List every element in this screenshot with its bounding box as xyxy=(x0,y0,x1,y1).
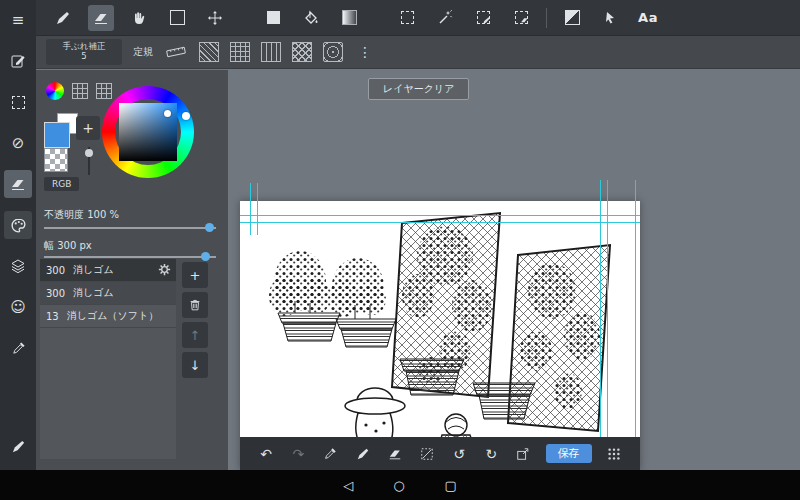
edit-svg xyxy=(10,53,26,69)
deselect-button[interactable] xyxy=(417,444,437,464)
transparent-color-swatch[interactable] xyxy=(44,148,68,172)
rotate-cw-button[interactable]: ↻ xyxy=(481,444,501,464)
color-grid-tab-icon[interactable] xyxy=(72,83,88,99)
opacity-label: 不透明度 100 % xyxy=(44,208,119,222)
opacity-slider-handle[interactable] xyxy=(205,223,214,232)
width-slider[interactable] xyxy=(44,256,216,258)
move-brush-down-button[interactable]: ↓ xyxy=(182,352,208,378)
shape-tool[interactable] xyxy=(164,5,190,31)
eraser-tool[interactable] xyxy=(88,5,114,31)
brush-name: 消しゴム xyxy=(73,263,114,277)
face-icon[interactable]: ☺ xyxy=(4,293,32,321)
pen-tool[interactable] xyxy=(50,5,76,31)
magic-wand-tool[interactable] xyxy=(432,5,458,31)
eyedropper-icon xyxy=(323,447,337,461)
stabilizer-value: 5 xyxy=(81,52,86,62)
nav-recent-button[interactable]: ▢ xyxy=(445,478,457,493)
brush-list-item[interactable]: 300 消しゴム xyxy=(40,282,176,305)
brush-list-item[interactable]: 13 消しゴム（ソフト） xyxy=(40,305,176,328)
ruler-concentric-button[interactable] xyxy=(323,42,343,62)
cursor-icon xyxy=(602,10,618,26)
pen-button[interactable] xyxy=(353,444,373,464)
select-tool[interactable] xyxy=(394,5,420,31)
tone-tool[interactable] xyxy=(559,5,585,31)
sidebar-eraser-icon[interactable] xyxy=(4,170,32,198)
brush-settings-gear-icon[interactable] xyxy=(157,262,172,279)
hand-tool[interactable] xyxy=(126,5,152,31)
move-tool[interactable] xyxy=(202,5,228,31)
pen-icon xyxy=(356,447,370,461)
sv-marker[interactable] xyxy=(164,110,171,117)
floating-toolbar: ↶ ↷ ↺ ↻ 保存 xyxy=(240,437,640,470)
drawing-canvas[interactable] xyxy=(240,201,640,470)
dashed-select-icon xyxy=(401,11,414,24)
opacity-slider[interactable] xyxy=(44,227,216,229)
redo-button[interactable]: ↷ xyxy=(288,444,308,464)
layer-clear-toast[interactable]: レイヤークリア xyxy=(368,78,469,100)
add-brush-button[interactable]: + xyxy=(182,262,208,288)
stabilizer-box[interactable]: 手ぶれ補正 5 xyxy=(46,39,122,65)
select-icon[interactable] xyxy=(4,88,32,116)
select-pen-icon xyxy=(477,11,490,24)
rgb-mode-button[interactable]: RGB xyxy=(44,177,79,191)
filled-square-icon xyxy=(267,11,280,24)
ruler-crosshatch-button[interactable] xyxy=(292,42,312,62)
gallery-grid-button[interactable] xyxy=(604,444,624,464)
foreground-color-swatch[interactable] xyxy=(44,122,70,148)
color-wheel[interactable] xyxy=(102,86,194,178)
palette-tabs xyxy=(46,82,112,100)
add-color-button[interactable]: + xyxy=(76,116,100,140)
ruler-grid-button[interactable] xyxy=(230,42,250,62)
ruler-parallel-button[interactable] xyxy=(199,42,219,62)
planters-left xyxy=(278,313,396,347)
bucket-tool[interactable] xyxy=(298,5,324,31)
top-toolbar: Aa xyxy=(36,0,800,36)
text-tool[interactable]: Aa xyxy=(635,5,661,31)
trash-icon xyxy=(188,298,202,312)
eyedropper-icon[interactable] xyxy=(4,334,32,362)
gradient-tool[interactable] xyxy=(336,5,362,31)
alpha-slider-handle[interactable] xyxy=(85,149,93,157)
guide-line xyxy=(635,180,636,470)
delete-brush-button[interactable] xyxy=(182,292,208,318)
hue-marker[interactable] xyxy=(182,112,190,120)
operation-tool[interactable] xyxy=(597,5,623,31)
ruler-button[interactable] xyxy=(164,40,188,64)
mini-pen-icon xyxy=(482,16,491,25)
undo-button[interactable]: ↶ xyxy=(256,444,276,464)
move-brush-up-button[interactable]: ↑ xyxy=(182,322,208,348)
palette-icon[interactable] xyxy=(4,211,32,239)
save-button[interactable]: 保存 xyxy=(546,444,592,463)
bushes xyxy=(269,251,386,319)
menu-icon[interactable]: ≡ xyxy=(4,6,32,34)
brush-icon[interactable] xyxy=(4,432,32,460)
canvas-area: レイヤークリア xyxy=(228,70,800,470)
color-wheel-tab-icon[interactable] xyxy=(46,82,64,100)
overflow-menu-button[interactable]: ⋮ xyxy=(354,44,376,60)
guide-line xyxy=(600,180,601,470)
hand-icon xyxy=(131,10,147,26)
gradient-icon xyxy=(342,10,357,25)
layers-icon[interactable] xyxy=(4,252,32,280)
alpha-slider[interactable] xyxy=(88,147,90,175)
nav-home-button[interactable]: ○ xyxy=(393,478,404,493)
app-window: ≡ ⊘ ☺ xyxy=(0,0,800,500)
width-slider-handle[interactable] xyxy=(201,252,210,261)
smiley-glyph: ☺ xyxy=(10,298,26,316)
fill-rect-tool[interactable] xyxy=(260,5,286,31)
guide-line xyxy=(240,222,640,223)
export-button[interactable] xyxy=(513,444,533,464)
eyedropper-button[interactable] xyxy=(320,444,340,464)
nav-back-button[interactable]: ◁ xyxy=(343,478,353,493)
eraser-button[interactable] xyxy=(385,444,405,464)
rotate-ccw-button[interactable]: ↺ xyxy=(449,444,469,464)
ruler-vertical-button[interactable] xyxy=(261,42,281,62)
select-pen-tool[interactable] xyxy=(470,5,496,31)
color-set-tab-icon[interactable] xyxy=(96,83,112,99)
brush-list-item[interactable]: 300 消しゴム xyxy=(40,259,176,282)
edit-icon[interactable] xyxy=(4,47,32,75)
material-off-icon[interactable]: ⊘ xyxy=(4,129,32,157)
eyedropper-svg xyxy=(11,341,26,356)
select-eraser-tool[interactable] xyxy=(508,5,534,31)
ruler-icon xyxy=(166,44,186,60)
